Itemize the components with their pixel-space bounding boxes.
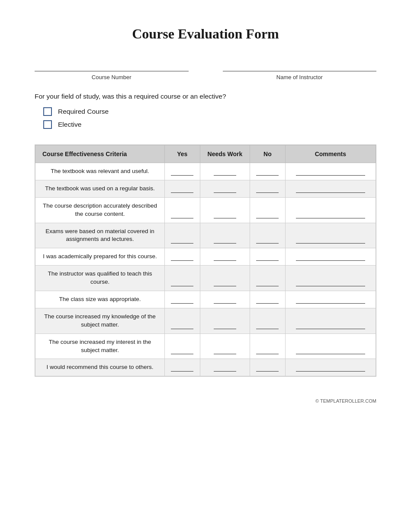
criteria-cell: The course increased my interest in the … — [35, 333, 165, 359]
answer-line — [171, 169, 193, 176]
answer-line — [256, 279, 279, 286]
no-cell[interactable] — [250, 291, 286, 308]
needs-work-cell[interactable] — [200, 180, 250, 197]
col-criteria: Course Effectiveness Criteria — [35, 145, 165, 163]
yes-cell[interactable] — [165, 308, 200, 333]
comment-line — [296, 279, 365, 286]
no-cell[interactable] — [250, 197, 286, 223]
elective-checkbox[interactable] — [43, 120, 52, 129]
comment-line — [296, 186, 365, 193]
comments-cell[interactable] — [285, 180, 376, 197]
no-cell[interactable] — [250, 308, 286, 333]
col-needs-work: Needs Work — [200, 145, 250, 163]
criteria-cell: I would recommend this course to others. — [35, 359, 165, 376]
instructor-name-label: Name of Instructor — [276, 74, 323, 80]
yes-cell[interactable] — [165, 248, 200, 266]
yes-cell[interactable] — [165, 223, 200, 248]
yes-cell[interactable] — [165, 333, 200, 359]
col-comments: Comments — [285, 145, 376, 163]
yes-cell[interactable] — [165, 163, 200, 180]
no-cell[interactable] — [250, 359, 286, 376]
needs-work-cell[interactable] — [200, 163, 250, 180]
elective-option[interactable]: Elective — [43, 120, 376, 129]
table-row: I would recommend this course to others. — [35, 359, 376, 376]
table-row: The textbook was relevant and useful. — [35, 163, 376, 180]
answer-line — [214, 297, 236, 304]
criteria-cell: The textbook was relevant and useful. — [35, 163, 165, 180]
comment-line — [296, 347, 365, 354]
answer-line — [214, 347, 236, 354]
required-course-label: Required Course — [58, 108, 109, 115]
comments-cell[interactable] — [285, 266, 376, 291]
needs-work-cell[interactable] — [200, 197, 250, 223]
comments-cell[interactable] — [285, 197, 376, 223]
answer-line — [256, 186, 279, 193]
answer-line — [214, 279, 236, 286]
answer-line — [171, 237, 193, 244]
needs-work-cell[interactable] — [200, 248, 250, 266]
comment-line — [296, 365, 365, 372]
table-row: The class size was appropriate. — [35, 291, 376, 308]
yes-cell[interactable] — [165, 291, 200, 308]
criteria-cell: I was academically prepared for this cou… — [35, 248, 165, 266]
comment-line — [296, 297, 365, 304]
answer-line — [214, 237, 236, 244]
comments-cell[interactable] — [285, 248, 376, 266]
instructor-name-field: Name of Instructor — [223, 63, 377, 80]
comment-line — [296, 254, 365, 261]
answer-line — [256, 347, 279, 354]
comments-cell[interactable] — [285, 163, 376, 180]
table-row: The course increased my knowledge of the… — [35, 308, 376, 333]
footer: © TEMPLATEROLLER.COM — [35, 398, 376, 404]
answer-line — [214, 254, 236, 261]
course-number-line — [35, 63, 189, 71]
yes-cell[interactable] — [165, 266, 200, 291]
needs-work-cell[interactable] — [200, 308, 250, 333]
criteria-cell: The course description accurately descri… — [35, 197, 165, 223]
answer-line — [171, 322, 193, 329]
answer-line — [256, 254, 279, 261]
elective-label: Elective — [58, 121, 81, 128]
answer-line — [171, 254, 193, 261]
answer-line — [214, 365, 236, 372]
needs-work-cell[interactable] — [200, 333, 250, 359]
no-cell[interactable] — [250, 333, 286, 359]
course-number-field: Course Number — [35, 63, 189, 80]
no-cell[interactable] — [250, 223, 286, 248]
no-cell[interactable] — [250, 266, 286, 291]
no-cell[interactable] — [250, 180, 286, 197]
answer-line — [256, 322, 279, 329]
answer-line — [256, 237, 279, 244]
fields-row: Course Number Name of Instructor — [35, 63, 376, 80]
answer-line — [256, 297, 279, 304]
no-cell[interactable] — [250, 163, 286, 180]
needs-work-cell[interactable] — [200, 266, 250, 291]
answer-line — [171, 347, 193, 354]
comment-line — [296, 169, 365, 176]
answer-line — [171, 279, 193, 286]
table-row: The instructor was qualified to teach th… — [35, 266, 376, 291]
no-cell[interactable] — [250, 248, 286, 266]
needs-work-cell[interactable] — [200, 223, 250, 248]
table-row: The textbook was used on a regular basis… — [35, 180, 376, 197]
comments-cell[interactable] — [285, 359, 376, 376]
table-header-row: Course Effectiveness Criteria Yes Needs … — [35, 145, 376, 163]
comments-cell[interactable] — [285, 308, 376, 333]
criteria-cell: The instructor was qualified to teach th… — [35, 266, 165, 291]
comments-cell[interactable] — [285, 333, 376, 359]
needs-work-cell[interactable] — [200, 291, 250, 308]
answer-line — [256, 169, 279, 176]
answer-line — [256, 365, 279, 372]
yes-cell[interactable] — [165, 359, 200, 376]
yes-cell[interactable] — [165, 180, 200, 197]
answer-line — [171, 186, 193, 193]
criteria-cell: The textbook was used on a regular basis… — [35, 180, 165, 197]
criteria-cell: Exams were based on material covered in … — [35, 223, 165, 248]
needs-work-cell[interactable] — [200, 359, 250, 376]
page-title: Course Evaluation Form — [35, 26, 376, 42]
comments-cell[interactable] — [285, 291, 376, 308]
required-course-option[interactable]: Required Course — [43, 107, 376, 116]
required-course-checkbox[interactable] — [43, 107, 52, 116]
comments-cell[interactable] — [285, 223, 376, 248]
yes-cell[interactable] — [165, 197, 200, 223]
